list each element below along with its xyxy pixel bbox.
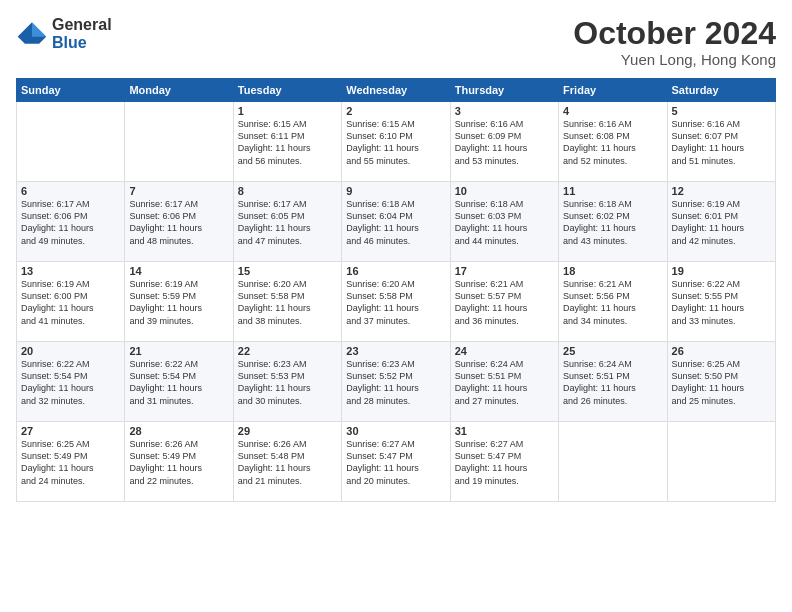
- day-number: 26: [672, 345, 771, 357]
- day-info: Sunrise: 6:25 AM Sunset: 5:49 PM Dayligh…: [21, 438, 120, 487]
- day-number: 10: [455, 185, 554, 197]
- day-info: Sunrise: 6:17 AM Sunset: 6:06 PM Dayligh…: [129, 198, 228, 247]
- day-number: 25: [563, 345, 662, 357]
- header-thursday: Thursday: [450, 79, 558, 102]
- day-info: Sunrise: 6:16 AM Sunset: 6:08 PM Dayligh…: [563, 118, 662, 167]
- table-row: 28Sunrise: 6:26 AM Sunset: 5:49 PM Dayli…: [125, 422, 233, 502]
- header-monday: Monday: [125, 79, 233, 102]
- table-row: [559, 422, 667, 502]
- calendar-week-row: 27Sunrise: 6:25 AM Sunset: 5:49 PM Dayli…: [17, 422, 776, 502]
- header-saturday: Saturday: [667, 79, 775, 102]
- day-number: 11: [563, 185, 662, 197]
- day-info: Sunrise: 6:18 AM Sunset: 6:02 PM Dayligh…: [563, 198, 662, 247]
- day-info: Sunrise: 6:19 AM Sunset: 6:01 PM Dayligh…: [672, 198, 771, 247]
- day-number: 12: [672, 185, 771, 197]
- table-row: 3Sunrise: 6:16 AM Sunset: 6:09 PM Daylig…: [450, 102, 558, 182]
- day-number: 17: [455, 265, 554, 277]
- table-row: 17Sunrise: 6:21 AM Sunset: 5:57 PM Dayli…: [450, 262, 558, 342]
- day-info: Sunrise: 6:23 AM Sunset: 5:52 PM Dayligh…: [346, 358, 445, 407]
- location-subtitle: Yuen Long, Hong Kong: [573, 51, 776, 68]
- logo-blue: Blue: [52, 34, 112, 52]
- day-number: 27: [21, 425, 120, 437]
- day-number: 22: [238, 345, 337, 357]
- day-number: 8: [238, 185, 337, 197]
- calendar-week-row: 6Sunrise: 6:17 AM Sunset: 6:06 PM Daylig…: [17, 182, 776, 262]
- day-number: 16: [346, 265, 445, 277]
- day-number: 23: [346, 345, 445, 357]
- day-number: 1: [238, 105, 337, 117]
- table-row: 8Sunrise: 6:17 AM Sunset: 6:05 PM Daylig…: [233, 182, 341, 262]
- svg-marker-2: [18, 22, 32, 36]
- day-number: 13: [21, 265, 120, 277]
- day-info: Sunrise: 6:19 AM Sunset: 5:59 PM Dayligh…: [129, 278, 228, 327]
- day-info: Sunrise: 6:19 AM Sunset: 6:00 PM Dayligh…: [21, 278, 120, 327]
- table-row: 2Sunrise: 6:15 AM Sunset: 6:10 PM Daylig…: [342, 102, 450, 182]
- table-row: 27Sunrise: 6:25 AM Sunset: 5:49 PM Dayli…: [17, 422, 125, 502]
- day-number: 19: [672, 265, 771, 277]
- calendar-header-row: Sunday Monday Tuesday Wednesday Thursday…: [17, 79, 776, 102]
- day-info: Sunrise: 6:18 AM Sunset: 6:03 PM Dayligh…: [455, 198, 554, 247]
- day-info: Sunrise: 6:27 AM Sunset: 5:47 PM Dayligh…: [346, 438, 445, 487]
- day-info: Sunrise: 6:15 AM Sunset: 6:10 PM Dayligh…: [346, 118, 445, 167]
- table-row: 18Sunrise: 6:21 AM Sunset: 5:56 PM Dayli…: [559, 262, 667, 342]
- day-number: 29: [238, 425, 337, 437]
- table-row: 25Sunrise: 6:24 AM Sunset: 5:51 PM Dayli…: [559, 342, 667, 422]
- calendar-week-row: 13Sunrise: 6:19 AM Sunset: 6:00 PM Dayli…: [17, 262, 776, 342]
- header-friday: Friday: [559, 79, 667, 102]
- table-row: 14Sunrise: 6:19 AM Sunset: 5:59 PM Dayli…: [125, 262, 233, 342]
- table-row: [125, 102, 233, 182]
- logo-text: General Blue: [52, 16, 112, 51]
- day-info: Sunrise: 6:18 AM Sunset: 6:04 PM Dayligh…: [346, 198, 445, 247]
- day-info: Sunrise: 6:20 AM Sunset: 5:58 PM Dayligh…: [346, 278, 445, 327]
- table-row: 19Sunrise: 6:22 AM Sunset: 5:55 PM Dayli…: [667, 262, 775, 342]
- calendar-week-row: 20Sunrise: 6:22 AM Sunset: 5:54 PM Dayli…: [17, 342, 776, 422]
- day-info: Sunrise: 6:16 AM Sunset: 6:07 PM Dayligh…: [672, 118, 771, 167]
- day-info: Sunrise: 6:25 AM Sunset: 5:50 PM Dayligh…: [672, 358, 771, 407]
- day-info: Sunrise: 6:23 AM Sunset: 5:53 PM Dayligh…: [238, 358, 337, 407]
- table-row: 15Sunrise: 6:20 AM Sunset: 5:58 PM Dayli…: [233, 262, 341, 342]
- table-row: [17, 102, 125, 182]
- day-number: 28: [129, 425, 228, 437]
- day-number: 2: [346, 105, 445, 117]
- day-info: Sunrise: 6:22 AM Sunset: 5:54 PM Dayligh…: [129, 358, 228, 407]
- day-number: 6: [21, 185, 120, 197]
- day-number: 20: [21, 345, 120, 357]
- table-row: 6Sunrise: 6:17 AM Sunset: 6:06 PM Daylig…: [17, 182, 125, 262]
- day-number: 3: [455, 105, 554, 117]
- day-info: Sunrise: 6:15 AM Sunset: 6:11 PM Dayligh…: [238, 118, 337, 167]
- day-number: 18: [563, 265, 662, 277]
- table-row: 30Sunrise: 6:27 AM Sunset: 5:47 PM Dayli…: [342, 422, 450, 502]
- day-number: 4: [563, 105, 662, 117]
- day-info: Sunrise: 6:22 AM Sunset: 5:55 PM Dayligh…: [672, 278, 771, 327]
- day-number: 24: [455, 345, 554, 357]
- table-row: 24Sunrise: 6:24 AM Sunset: 5:51 PM Dayli…: [450, 342, 558, 422]
- day-number: 21: [129, 345, 228, 357]
- table-row: 20Sunrise: 6:22 AM Sunset: 5:54 PM Dayli…: [17, 342, 125, 422]
- day-info: Sunrise: 6:16 AM Sunset: 6:09 PM Dayligh…: [455, 118, 554, 167]
- table-row: 7Sunrise: 6:17 AM Sunset: 6:06 PM Daylig…: [125, 182, 233, 262]
- day-info: Sunrise: 6:27 AM Sunset: 5:47 PM Dayligh…: [455, 438, 554, 487]
- table-row: 29Sunrise: 6:26 AM Sunset: 5:48 PM Dayli…: [233, 422, 341, 502]
- title-area: October 2024 Yuen Long, Hong Kong: [573, 16, 776, 68]
- calendar-week-row: 1Sunrise: 6:15 AM Sunset: 6:11 PM Daylig…: [17, 102, 776, 182]
- svg-marker-1: [32, 22, 46, 36]
- table-row: 21Sunrise: 6:22 AM Sunset: 5:54 PM Dayli…: [125, 342, 233, 422]
- day-number: 5: [672, 105, 771, 117]
- day-number: 15: [238, 265, 337, 277]
- logo-icon: [16, 20, 48, 48]
- table-row: 23Sunrise: 6:23 AM Sunset: 5:52 PM Dayli…: [342, 342, 450, 422]
- calendar-table: Sunday Monday Tuesday Wednesday Thursday…: [16, 78, 776, 502]
- day-number: 9: [346, 185, 445, 197]
- day-number: 14: [129, 265, 228, 277]
- table-row: 9Sunrise: 6:18 AM Sunset: 6:04 PM Daylig…: [342, 182, 450, 262]
- day-info: Sunrise: 6:21 AM Sunset: 5:56 PM Dayligh…: [563, 278, 662, 327]
- table-row: 5Sunrise: 6:16 AM Sunset: 6:07 PM Daylig…: [667, 102, 775, 182]
- day-info: Sunrise: 6:26 AM Sunset: 5:48 PM Dayligh…: [238, 438, 337, 487]
- table-row: 11Sunrise: 6:18 AM Sunset: 6:02 PM Dayli…: [559, 182, 667, 262]
- logo-general: General: [52, 16, 112, 34]
- table-row: 12Sunrise: 6:19 AM Sunset: 6:01 PM Dayli…: [667, 182, 775, 262]
- day-info: Sunrise: 6:24 AM Sunset: 5:51 PM Dayligh…: [455, 358, 554, 407]
- table-row: 1Sunrise: 6:15 AM Sunset: 6:11 PM Daylig…: [233, 102, 341, 182]
- logo: General Blue: [16, 16, 112, 51]
- day-number: 7: [129, 185, 228, 197]
